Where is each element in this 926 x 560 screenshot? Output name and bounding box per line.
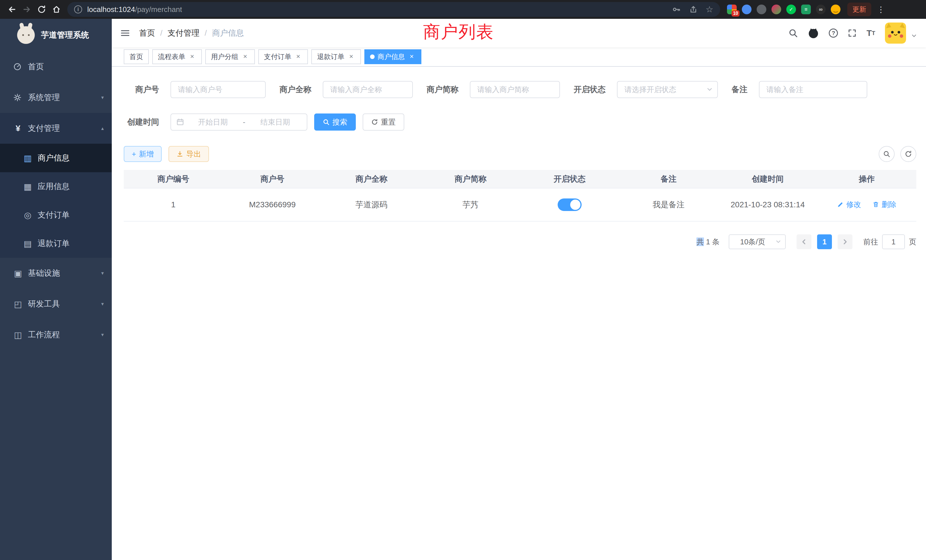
cell-actions: 修改 删除: [817, 188, 917, 221]
search-icon[interactable]: [788, 28, 798, 38]
add-button[interactable]: + 新增: [124, 146, 162, 162]
sidebar-item-home[interactable]: 首页: [0, 51, 112, 82]
chevron-down-icon: ▾: [101, 301, 104, 307]
start-date-input[interactable]: [186, 118, 239, 127]
avatar-caret-icon[interactable]: [911, 33, 917, 39]
app-grid-icon: ▦: [23, 182, 32, 192]
site-info-icon[interactable]: i: [74, 5, 82, 14]
chevron-down-icon: ▾: [101, 94, 104, 101]
github-icon[interactable]: [808, 27, 819, 39]
tab-merchant-info[interactable]: 商户信息 ×: [365, 49, 421, 64]
sidebar-item-refund-order[interactable]: ▤ 退款订单: [0, 229, 112, 258]
browser-menu-icon[interactable]: ⋮: [877, 5, 885, 14]
full-name-input[interactable]: [323, 81, 413, 98]
font-size-icon[interactable]: TT: [866, 29, 875, 37]
field-status: 开启状态: [573, 81, 718, 98]
short-name-label: 商户简称: [427, 84, 458, 95]
extension-icon[interactable]: 10: [727, 5, 737, 14]
cell-remark: 我是备注: [619, 188, 719, 221]
refresh-table-icon[interactable]: [900, 146, 916, 162]
refund-order-icon: ▤: [23, 239, 32, 249]
close-icon[interactable]: ×: [294, 53, 302, 61]
sidebar-item-app-info[interactable]: ▦ 应用信息: [0, 172, 112, 201]
password-key-icon[interactable]: [672, 5, 681, 14]
status-toggle[interactable]: [558, 198, 582, 211]
user-avatar[interactable]: [885, 23, 906, 44]
share-icon[interactable]: [689, 5, 698, 14]
bookmark-star-icon[interactable]: ☆: [706, 5, 713, 14]
browser-forward-icon[interactable]: [20, 2, 34, 17]
breadcrumb-separator: /: [205, 29, 207, 38]
extension-icon[interactable]: [757, 5, 766, 14]
current-page[interactable]: 1: [817, 235, 832, 249]
tab-refund-order[interactable]: 退款订单 ×: [311, 49, 361, 64]
extension-icon[interactable]: ✓: [786, 5, 796, 14]
sidebar-item-merchant-info[interactable]: ▥ 商户信息: [0, 144, 112, 172]
workflow-icon: ◫: [13, 330, 23, 340]
sidebar-item-system[interactable]: 系统管理 ▾: [0, 82, 112, 113]
sidebar-item-devtools[interactable]: ◰ 研发工具 ▾: [0, 289, 112, 319]
next-page-icon[interactable]: [838, 235, 852, 249]
extension-icon[interactable]: [772, 5, 781, 14]
remark-input[interactable]: [759, 81, 867, 98]
help-icon[interactable]: ?: [829, 29, 838, 38]
breadcrumb-current: 商户信息: [212, 28, 244, 38]
tab-home[interactable]: 首页: [124, 49, 149, 64]
end-date-input[interactable]: [249, 118, 302, 127]
browser-address-bar[interactable]: i localhost:1024/pay/merchant ☆: [67, 2, 720, 17]
status-select[interactable]: [617, 81, 718, 98]
export-button[interactable]: 导出: [168, 146, 209, 162]
extension-icon[interactable]: ∞: [816, 5, 826, 14]
delete-link[interactable]: 删除: [872, 200, 896, 210]
cell-full-name: 芋道源码: [322, 188, 421, 221]
extension-icon[interactable]: ≡: [801, 5, 811, 14]
field-full-name: 商户全称: [279, 81, 413, 98]
merchant-no-input[interactable]: [171, 81, 266, 98]
tab-process-form[interactable]: 流程表单 ×: [152, 49, 202, 64]
tab-user-group[interactable]: 用户分组 ×: [205, 49, 255, 64]
close-icon[interactable]: ×: [241, 53, 249, 61]
browser-reload-icon[interactable]: [34, 2, 49, 17]
breadcrumb-home[interactable]: 首页: [139, 28, 155, 38]
browser-back-icon[interactable]: [5, 2, 20, 17]
tab-pay-order[interactable]: 支付订单 ×: [258, 49, 308, 64]
col-short-name: 商户简称: [421, 170, 520, 188]
short-name-input[interactable]: [470, 81, 560, 98]
sidebar-item-infrastructure[interactable]: ▣ 基础设施 ▾: [0, 258, 112, 289]
extension-icon[interactable]: ‿: [831, 5, 840, 14]
sidebar-item-payment[interactable]: ¥ 支付管理 ▴: [0, 113, 112, 144]
hamburger-icon[interactable]: [120, 29, 130, 37]
omnibox-actions: ☆: [672, 5, 713, 14]
col-merchant-id: 商户编号: [124, 170, 223, 188]
edit-link[interactable]: 修改: [837, 200, 861, 210]
table-header-row: 商户编号 商户号 商户全称 商户简称 开启状态 备注 创建时间 操作: [124, 170, 916, 188]
chevron-down-icon: ▾: [101, 270, 104, 276]
merchant-card-icon: ▥: [23, 153, 32, 163]
browser-update-button[interactable]: 更新: [847, 3, 871, 16]
browser-home-icon[interactable]: [49, 2, 64, 17]
reset-button[interactable]: 重置: [363, 114, 404, 130]
page-unit-label: 页: [909, 237, 916, 247]
page-size-select[interactable]: 10条/页: [729, 235, 786, 249]
extension-icon[interactable]: [742, 5, 752, 14]
cell-create-time: 2021-10-23 08:31:14: [718, 188, 817, 221]
plus-icon: +: [132, 150, 136, 159]
create-time-range-picker[interactable]: -: [171, 114, 307, 130]
goto-page-input[interactable]: [882, 235, 905, 249]
fullscreen-icon[interactable]: [847, 29, 857, 38]
toggle-search-icon[interactable]: [879, 146, 895, 162]
download-icon: [177, 151, 183, 157]
close-icon[interactable]: ×: [347, 53, 355, 61]
breadcrumb-payment[interactable]: 支付管理: [168, 28, 200, 38]
search-button[interactable]: 搜索: [314, 114, 356, 130]
sidebar-item-workflow[interactable]: ◫ 工作流程 ▾: [0, 319, 112, 350]
field-short-name: 商户简称: [427, 81, 560, 98]
col-create-time: 创建时间: [718, 170, 817, 188]
sidebar-item-pay-order[interactable]: ◎ 支付订单: [0, 201, 112, 229]
prev-page-icon[interactable]: [797, 235, 811, 249]
close-icon[interactable]: ×: [408, 53, 416, 61]
status-label: 开启状态: [573, 84, 605, 95]
chevron-down-icon: [775, 239, 781, 245]
pagination: 共 1 条 10条/页 1 前往 页: [696, 235, 916, 249]
close-icon[interactable]: ×: [188, 53, 196, 61]
